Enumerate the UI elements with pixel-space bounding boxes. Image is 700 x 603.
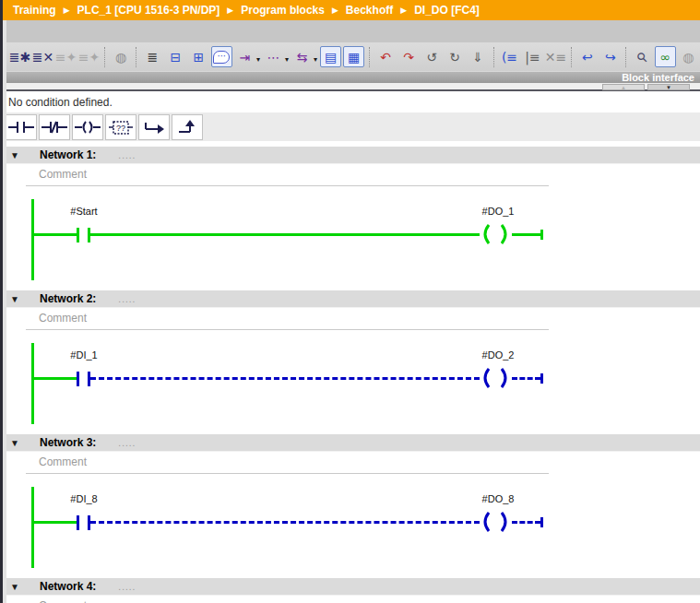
close-all-networks-glyph: ⊟ <box>171 51 182 64</box>
breadcrumb-item[interactable]: PLC_1 [CPU 1516-3 PN/DP] <box>77 4 220 17</box>
block-interface-bar[interactable]: Block interface <box>3 71 700 83</box>
update-interface-glyph: ↻ <box>449 51 460 64</box>
network-collapse-icon[interactable]: ▼ <box>10 294 23 304</box>
network-sequence-icon[interactable]: ≣ <box>142 46 163 67</box>
network-title-placeholder[interactable]: ..... <box>118 438 136 448</box>
network-header[interactable]: ▼Network 1:..... <box>3 147 700 164</box>
monitoring-glyph: ∞ <box>660 51 671 64</box>
download-consistency-icon[interactable]: ⇓ <box>468 46 489 67</box>
delete-network-icon[interactable]: ≣✕ <box>32 46 53 67</box>
call-structure-icon[interactable]: |≡ <box>522 46 543 67</box>
toolbar-group: ↶↷↺↻⇓ <box>374 45 490 69</box>
contact-operand-label[interactable]: #DI_8 <box>70 493 97 504</box>
condition-status-text: No condition defined. <box>3 96 113 109</box>
open-branch-button[interactable] <box>138 114 170 140</box>
network-title-placeholder[interactable]: ..... <box>118 294 136 304</box>
contact-operand-label[interactable]: #DI_1 <box>70 349 97 361</box>
toolbar-group: ≣⊟⊞⋯⇥▾⋯▾⇆▾▤▦ <box>141 45 365 69</box>
interface-splitter[interactable]: ▲ ▼ <box>3 83 700 91</box>
network-collapse-icon[interactable]: ▼ <box>10 438 23 448</box>
find-in-block-icon[interactable]: ⚲ <box>632 46 653 67</box>
close-all-networks-icon[interactable]: ⊟ <box>165 46 186 67</box>
network-collapse-icon[interactable]: ▼ <box>10 582 23 592</box>
contact-left-bar[interactable] <box>77 228 79 242</box>
network-comments-icon[interactable]: ⋯ <box>211 46 232 67</box>
insert-comment-icon[interactable]: (≡ <box>499 46 520 67</box>
network-title[interactable]: Network 4: <box>40 580 96 593</box>
toolbar-separator <box>369 47 370 67</box>
previous-error-icon[interactable]: ↶ <box>375 46 397 67</box>
coil-open-paren[interactable] <box>481 368 490 388</box>
free-form-comments-icon[interactable]: ⋯ <box>263 46 284 67</box>
close-branch-button[interactable] <box>172 114 203 140</box>
network-header[interactable]: ▼Network 3:..... <box>3 434 700 452</box>
insert-row-icon: ≡✦ <box>55 46 77 67</box>
network-header[interactable]: ▼Network 2:..... <box>3 290 700 308</box>
network-title-placeholder[interactable]: ..... <box>118 582 136 592</box>
nc-contact-button[interactable] <box>39 114 70 140</box>
window-edge <box>0 0 3 603</box>
next-error-icon[interactable]: ↷ <box>398 46 420 67</box>
network-comment[interactable]: Comment <box>39 312 87 325</box>
breadcrumb-item[interactable]: DI_DO [FC4] <box>414 4 480 17</box>
collapse-interface-button[interactable]: ▼ <box>647 84 690 90</box>
breadcrumb-item[interactable]: Beckhoff <box>346 4 393 17</box>
breadcrumb-item[interactable]: Training <box>13 4 56 17</box>
coil-open-paren[interactable] <box>481 512 490 532</box>
wire-middle <box>90 521 480 524</box>
breadcrumb-item[interactable]: Program blocks <box>241 4 325 17</box>
coil-close-paren[interactable] <box>501 512 510 532</box>
no-contact-button[interactable] <box>6 114 37 140</box>
coil-open-paren[interactable] <box>481 224 490 244</box>
coil-operand-label[interactable]: #DO_8 <box>482 493 515 504</box>
network-comment[interactable]: Comment <box>39 599 87 603</box>
coil-operand-label[interactable]: #DO_2 <box>482 349 515 361</box>
network-comment[interactable]: Comment <box>39 455 87 468</box>
coil-close-paren[interactable] <box>501 224 510 244</box>
wire-terminal <box>540 517 543 527</box>
write-protection-icon: ◍ <box>678 46 699 67</box>
favorites-edit-icon[interactable]: ▦ <box>343 46 364 67</box>
network-title[interactable]: Network 2: <box>40 292 96 305</box>
favorites-display-icon[interactable]: ▤ <box>320 46 341 67</box>
network-title-placeholder[interactable]: ..... <box>118 150 136 160</box>
absolute-operands-dropdown-caret-icon[interactable]: ▾ <box>256 55 260 64</box>
cross-references-icon[interactable]: ✕≡ <box>545 46 566 67</box>
expand-interface-button[interactable]: ▲ <box>602 84 645 90</box>
open-all-networks-icon[interactable]: ⊞ <box>188 46 209 67</box>
coil-close-paren[interactable] <box>501 368 510 388</box>
operand-representation-icon[interactable]: ⇆ <box>291 46 313 67</box>
network-header[interactable]: ▼Network 4:..... <box>3 578 700 596</box>
contact-operand-label[interactable]: #Start <box>70 206 97 217</box>
jump-backward-icon[interactable]: ↩ <box>576 46 598 67</box>
network-body: Comment <box>3 596 700 603</box>
empty-box-button[interactable]: ?? <box>105 114 136 140</box>
network-title[interactable]: Network 3: <box>40 436 96 449</box>
cross-references-glyph: ✕≡ <box>545 51 566 64</box>
coil-button[interactable] <box>72 114 103 140</box>
absolute-operands-icon[interactable]: ⇥ <box>234 46 255 67</box>
free-form-comments-dropdown-caret-icon[interactable]: ▾ <box>285 55 289 64</box>
empty-box-icon: ?? <box>109 119 133 136</box>
update-interface-icon[interactable]: ↻ <box>445 46 466 67</box>
contact-left-bar[interactable] <box>77 372 79 386</box>
operand-representation-dropdown-caret-icon[interactable]: ▾ <box>314 55 317 64</box>
network-comment[interactable]: Comment <box>39 168 87 181</box>
power-rail <box>31 199 34 280</box>
jump-forward-icon[interactable]: ↪ <box>599 46 621 67</box>
rung: #DI_8#DO_8 <box>3 474 700 578</box>
monitoring-icon[interactable]: ∞ <box>655 46 676 67</box>
network-title[interactable]: Network 1: <box>40 148 96 161</box>
coil-operand-label[interactable]: #DO_1 <box>482 206 515 217</box>
network-3: ▼Network 3:.....Comment#DI_8#DO_8 <box>3 434 700 578</box>
free-form-comments-glyph: ⋯ <box>267 51 279 64</box>
contact-left-bar[interactable] <box>77 515 79 530</box>
network-comment-row: Comment <box>3 164 700 186</box>
network-comments-glyph: ⋯ <box>213 51 230 64</box>
update-block-calls-glyph: ↺ <box>426 51 437 64</box>
network-collapse-icon[interactable]: ▼ <box>10 150 23 160</box>
network-comment-row: Comment <box>3 452 700 474</box>
update-block-calls-icon[interactable]: ↺ <box>421 46 443 67</box>
network-1: ▼Network 1:.....Comment#Start#DO_1 <box>3 147 700 290</box>
insert-network-icon[interactable]: ≣✱ <box>9 46 30 67</box>
